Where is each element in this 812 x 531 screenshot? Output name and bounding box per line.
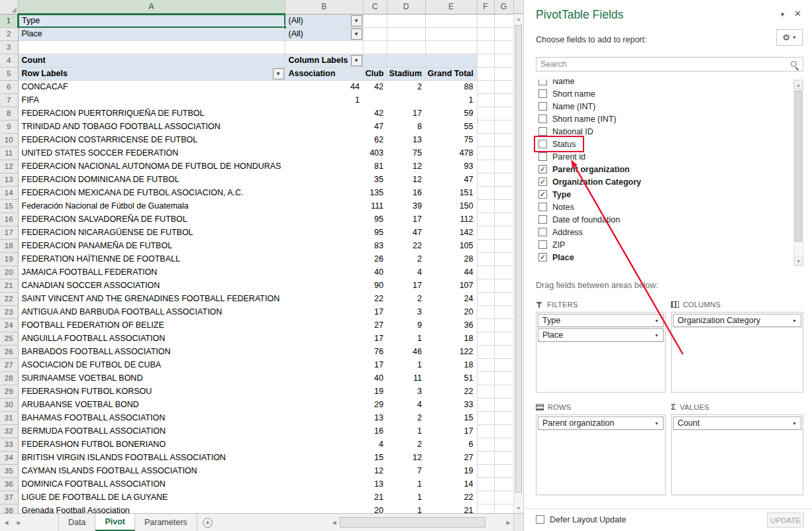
field-item-address[interactable]: Address [536, 226, 803, 238]
field-checkbox[interactable] [538, 140, 547, 148]
pivot-value-cell[interactable]: 39 [387, 199, 425, 213]
pivot-value-cell[interactable]: 8 [387, 120, 425, 133]
pivot-value-cell[interactable] [285, 252, 363, 266]
pivot-value-cell[interactable]: 15 [363, 451, 387, 464]
sheet-cell[interactable] [477, 424, 494, 438]
sheet-cell[interactable] [494, 146, 513, 160]
select-all-corner[interactable] [0, 0, 18, 14]
sheet-cell[interactable] [477, 14, 494, 27]
pivot-row-label[interactable]: FEDERACION PUERTORRIQUEÑA DE FUTBOL [18, 107, 285, 120]
pivot-value-cell[interactable] [285, 146, 363, 160]
sheet-cell[interactable] [494, 491, 513, 504]
pivot-value-cell[interactable]: 90 [363, 279, 387, 292]
horizontal-scroll-thumb[interactable] [340, 517, 485, 528]
column-header-g[interactable]: G [494, 0, 513, 14]
sheet-cell[interactable] [477, 133, 494, 146]
row-header-28[interactable]: 28 [0, 371, 18, 385]
pivot-value-cell[interactable] [285, 305, 363, 318]
pivot-value-cell[interactable]: 21 [363, 491, 387, 504]
pivot-value-cell[interactable]: 11 [387, 371, 425, 385]
sheet-cell[interactable] [477, 120, 494, 133]
pivot-value-cell[interactable] [285, 358, 363, 371]
sheet-cell[interactable] [494, 504, 513, 513]
row-header-27[interactable]: 27 [0, 358, 18, 371]
pivot-value-cell[interactable] [285, 199, 363, 213]
sheet-cell[interactable] [477, 477, 494, 491]
pivot-value-cell[interactable]: 95 [363, 226, 387, 239]
field-item-place[interactable]: ✓Place [536, 251, 803, 264]
sheet-cell[interactable] [387, 54, 425, 67]
field-checkbox[interactable] [538, 127, 547, 136]
pivot-value-cell[interactable]: 142 [425, 226, 477, 239]
pivot-value-cell[interactable]: 36 [425, 318, 477, 332]
sheet-cell[interactable] [494, 292, 513, 305]
sheet-cell[interactable] [494, 226, 513, 239]
pivot-value-cell[interactable] [285, 477, 363, 491]
pivot-value-cell[interactable]: 88 [425, 80, 477, 93]
pivot-value-cell[interactable]: 12 [387, 451, 425, 464]
pivot-value-cell[interactable] [285, 318, 363, 332]
sheet-cell[interactable] [494, 213, 513, 226]
row-header-4[interactable]: 4 [0, 54, 18, 67]
tab-nav-right-icon[interactable]: ▶ [13, 514, 25, 531]
pivot-value-cell[interactable]: 4 [363, 438, 387, 451]
pivot-value-cell[interactable]: 75 [387, 146, 425, 160]
sheet-cell[interactable] [494, 252, 513, 266]
pivot-value-cell[interactable]: 22 [363, 292, 387, 305]
pivot-value-cell[interactable] [285, 451, 363, 464]
pivot-row-label[interactable]: LIGUE DE FOOTBALL DE LA GUYANE [18, 491, 285, 504]
pivot-value-cell[interactable]: 29 [363, 398, 387, 411]
sheet-cell[interactable] [477, 54, 494, 67]
row-header-17[interactable]: 17 [0, 226, 18, 239]
column-header-e[interactable]: E [425, 0, 477, 14]
pivot-value-cell[interactable]: 13 [387, 133, 425, 146]
row-header-9[interactable]: 9 [0, 120, 18, 133]
pivot-value-cell[interactable] [285, 398, 363, 411]
sheet-cell[interactable] [477, 186, 494, 199]
row-header-11[interactable]: 11 [0, 146, 18, 160]
pivot-value-cell[interactable]: 2 [387, 292, 425, 305]
row-header-23[interactable]: 23 [0, 305, 18, 318]
sheet-cell[interactable] [494, 318, 513, 332]
area-pill-type[interactable]: Type▼ [538, 314, 664, 327]
pivot-row-label[interactable]: BERMUDA FOOTBALL ASSOCIATION [18, 424, 285, 438]
row-header-24[interactable]: 24 [0, 318, 18, 332]
field-checkbox[interactable]: ✓ [538, 253, 547, 262]
pivot-value-cell[interactable] [285, 107, 363, 120]
pivot-row-label[interactable]: ANGUILLA FOOTBALL ASSOCIATION [18, 332, 285, 345]
scroll-up-icon[interactable]: ▲ [514, 14, 523, 24]
row-header-13[interactable]: 13 [0, 173, 18, 186]
column-header-d[interactable]: D [387, 0, 425, 14]
pivot-value-cell[interactable]: 12 [387, 160, 425, 173]
sheet-cell[interactable] [494, 411, 513, 424]
pivot-value-cell[interactable] [285, 213, 363, 226]
field-checkbox[interactable] [538, 102, 547, 111]
sheet-cell[interactable] [494, 358, 513, 371]
pivot-row-label[interactable]: DOMINICA FOOTBALL ASSOCIATION [18, 477, 285, 491]
pivot-value-cell[interactable]: 13 [363, 411, 387, 424]
sheet-cell[interactable] [494, 239, 513, 252]
pivot-value-cell[interactable]: 107 [425, 279, 477, 292]
pivot-filter-value[interactable]: (All)▼ [285, 27, 363, 40]
sheet-cell[interactable] [494, 332, 513, 345]
sheet-cell[interactable] [494, 464, 513, 477]
vertical-scrollbar[interactable]: ▲ ▼ [513, 14, 523, 513]
sheet-cell[interactable] [477, 213, 494, 226]
sheet-cell[interactable] [494, 266, 513, 279]
pivot-value-cell[interactable]: 17 [425, 424, 477, 438]
sheet-cell[interactable] [477, 491, 494, 504]
pivot-value-cell[interactable] [285, 411, 363, 424]
row-header-29[interactable]: 29 [0, 385, 18, 398]
pivot-row-label[interactable]: SURINAAMSE VOETBAL BOND [18, 371, 285, 385]
pivot-row-label[interactable]: ASOCIACION DE FUTBOL DE CUBA [18, 358, 285, 371]
row-header-12[interactable]: 12 [0, 160, 18, 173]
column-header-a[interactable]: A [18, 0, 285, 14]
sheet-cell[interactable] [494, 477, 513, 491]
field-item-parent-id[interactable]: Parent id [536, 150, 803, 163]
sheet-cell[interactable] [477, 292, 494, 305]
pivot-row-label[interactable]: BARBADOS FOOTBALL ASSOCIATION [18, 345, 285, 358]
row-header-1[interactable]: 1 [0, 14, 18, 27]
pivot-value-cell[interactable] [285, 504, 363, 513]
field-item-status[interactable]: Status [536, 138, 803, 150]
row-header-7[interactable]: 7 [0, 93, 18, 107]
